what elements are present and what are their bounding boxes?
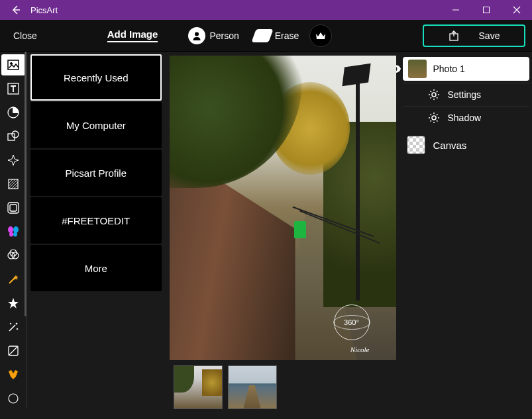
rail-gradient-icon[interactable] [1,173,25,195]
close-button[interactable]: Close [7,28,44,44]
erase-tool[interactable]: Erase [250,26,303,45]
svg-point-20 [17,328,18,330]
save-label: Save [479,30,500,41]
source-freetoedit[interactable]: #FREETOEDIT [30,197,162,244]
source-picsart-profile[interactable]: Picsart Profile [30,150,162,196]
layer-settings[interactable]: Settings [403,83,530,106]
settings-label: Settings [448,89,482,100]
svg-point-11 [8,226,13,233]
erase-label: Erase [275,30,299,41]
svg-point-14 [13,232,17,237]
rail-sparkle-icon[interactable] [1,150,25,171]
main-canvas-image[interactable]: 360° Nicole [170,56,396,360]
canvas-transparency-swatch [407,136,425,154]
rail-star-icon[interactable] [1,293,25,314]
app-title: PicsArt [27,5,441,15]
source-more[interactable]: More [30,245,162,291]
shadow-label: Shadow [448,113,482,123]
person-label: Person [209,30,239,41]
layer-canvas[interactable]: Canvas [403,132,530,158]
close-icon [513,7,520,13]
maximize-button[interactable] [471,0,502,20]
arrow-left-icon [11,5,21,15]
gear-icon [428,112,440,124]
layer-label: Photo 1 [433,64,465,74]
rail-text-icon[interactable] [1,78,25,99]
svg-point-22 [9,394,18,403]
minimize-button[interactable] [441,0,471,20]
svg-point-13 [9,232,13,237]
rail-photo-icon[interactable] [1,54,25,75]
crown-icon [315,32,326,40]
rail-mask-icon[interactable] [1,340,25,361]
watermark-text: Nicole [350,346,370,353]
layer-shadow[interactable]: Shadow [403,106,530,129]
layer-thumbnail [408,60,427,78]
svg-rect-0 [484,7,490,13]
person-icon [188,27,205,44]
premium-crown-button[interactable] [309,24,332,47]
rail-overlap-icon[interactable] [1,245,25,266]
badge-360-icon: 360° [334,304,370,340]
source-my-computer[interactable]: My Computer [30,102,162,148]
svg-point-18 [16,323,17,324]
thumbnail-1[interactable] [174,365,223,409]
rail-effects-wand-icon[interactable] [1,316,25,338]
eraser-icon [251,29,273,42]
layers-panel: Photo 1 Settings Shadow Canvas [400,52,533,419]
image-source-panel: Recently Used My Computer Picsart Profil… [27,52,166,419]
back-button[interactable] [5,5,27,15]
rail-shape-icon[interactable] [1,126,25,147]
svg-rect-10 [10,205,17,211]
titlebar: PicsArt [0,0,532,20]
svg-point-19 [10,323,11,324]
rail-butterfly-icon[interactable] [1,221,25,242]
maximize-icon [483,7,490,13]
canvas-area: 360° Nicole [166,52,400,419]
rail-more-icon[interactable] [1,388,25,409]
share-icon [449,30,459,41]
thumbnail-2[interactable] [228,365,277,409]
left-tool-rail [0,52,27,409]
save-button[interactable]: Save [423,24,525,47]
rail-scrollbar[interactable] [25,52,27,316]
rail-sticker-icon[interactable] [1,102,25,123]
source-recently-used[interactable]: Recently Used [30,54,162,101]
layer-photo-1[interactable]: Photo 1 [403,57,530,81]
recent-thumbnails [174,365,277,409]
person-tool[interactable]: Person [184,24,242,47]
add-image-tab[interactable]: Add Image [107,28,158,42]
minimize-icon [452,7,459,13]
rail-fox-icon[interactable] [1,364,25,385]
close-window-button[interactable] [502,0,532,20]
svg-point-24 [432,93,436,97]
svg-point-25 [432,116,436,120]
rail-frame-icon[interactable] [1,197,25,218]
canvas-label: Canvas [433,140,467,151]
svg-point-1 [195,32,199,36]
top-toolbar: Close Add Image Person Erase Save [0,20,532,52]
rail-magic-wand-icon[interactable] [1,269,25,290]
gear-icon [428,89,440,101]
svg-point-12 [13,226,19,233]
svg-point-7 [12,131,19,138]
